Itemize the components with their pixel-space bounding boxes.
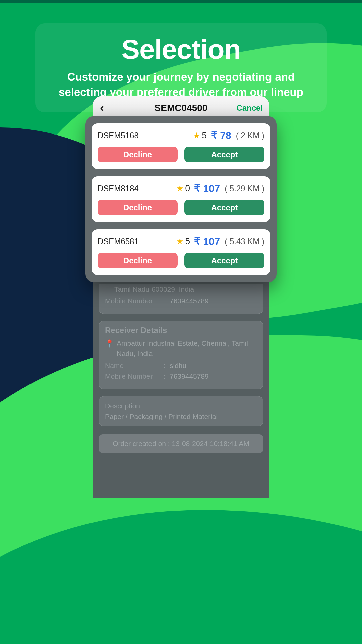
app-title: SEMC04500 (155, 103, 208, 113)
back-icon[interactable]: ‹ (100, 101, 104, 115)
driver-card: DSEM8184 ★ 0 ₹ 107 ( 5.29 KM ) Decline A… (92, 176, 270, 222)
top-accent-bar (0, 0, 362, 3)
receiver-name: sidhu (170, 362, 257, 370)
star-icon: ★ (176, 237, 184, 246)
receiver-card: Receiver Details 📍 Ambattur Industrial E… (99, 321, 263, 389)
driver-price: ₹ 107 (194, 182, 220, 194)
receiver-mobile-label: Mobile Number (105, 372, 164, 380)
driver-rating: 0 (185, 183, 190, 194)
description-value: Paper / Packaging / Printed Material (105, 413, 257, 421)
hero-title: Selection (49, 34, 313, 65)
driver-id: DSEM5168 (98, 131, 139, 140)
decline-button[interactable]: Decline (98, 147, 178, 162)
driver-id: DSEM6581 (98, 237, 139, 246)
star-icon: ★ (176, 184, 184, 193)
driver-distance: ( 5.29 KM ) (225, 184, 264, 193)
location-pin-icon: 📍 (105, 339, 114, 358)
sender-address-tail: Tamil Nadu 600029, India (114, 284, 257, 294)
receiver-name-label: Name (105, 362, 164, 370)
driver-rating: 5 (185, 236, 190, 247)
driver-card: DSEM6581 ★ 5 ₹ 107 ( 5.43 KM ) Decline A… (92, 229, 270, 275)
sender-mobile-label: Mobile Number (105, 297, 164, 305)
hero-subtitle: Customize your journey by negotiating an… (49, 70, 313, 100)
receiver-heading: Receiver Details (105, 326, 257, 335)
sender-mobile: 7639445789 (170, 297, 257, 305)
decline-button[interactable]: Decline (98, 200, 178, 215)
driver-card: DSEM5168 ★ 5 ₹ 78 ( 2 KM ) Decline Accep… (92, 123, 270, 169)
receiver-mobile: 7639445789 (170, 372, 257, 380)
cancel-button[interactable]: Cancel (236, 103, 263, 113)
decline-button[interactable]: Decline (98, 253, 178, 268)
driver-distance: ( 2 KM ) (236, 131, 264, 140)
created-on-bar: Order created on : 13-08-2024 10:18:41 A… (99, 434, 263, 453)
receiver-address: Ambattur Industrial Estate, Chennai, Tam… (117, 338, 257, 358)
accept-button[interactable]: Accept (184, 147, 264, 162)
driver-id: DSEM8184 (98, 184, 139, 193)
driver-distance: ( 5.43 KM ) (225, 237, 264, 246)
star-icon: ★ (193, 131, 200, 140)
driver-selection-modal: DSEM5168 ★ 5 ₹ 78 ( 2 KM ) Decline Accep… (85, 116, 277, 282)
description-label: Description : (105, 402, 257, 410)
accept-button[interactable]: Accept (184, 200, 264, 215)
accept-button[interactable]: Accept (184, 253, 264, 268)
driver-rating: 5 (202, 130, 206, 141)
driver-price: ₹ 78 (211, 129, 231, 141)
driver-price: ₹ 107 (194, 235, 220, 247)
description-card: Description : Paper / Packaging / Printe… (99, 396, 263, 426)
sender-card-partial: Tamil Nadu 600029, India Mobile Number :… (99, 284, 263, 314)
